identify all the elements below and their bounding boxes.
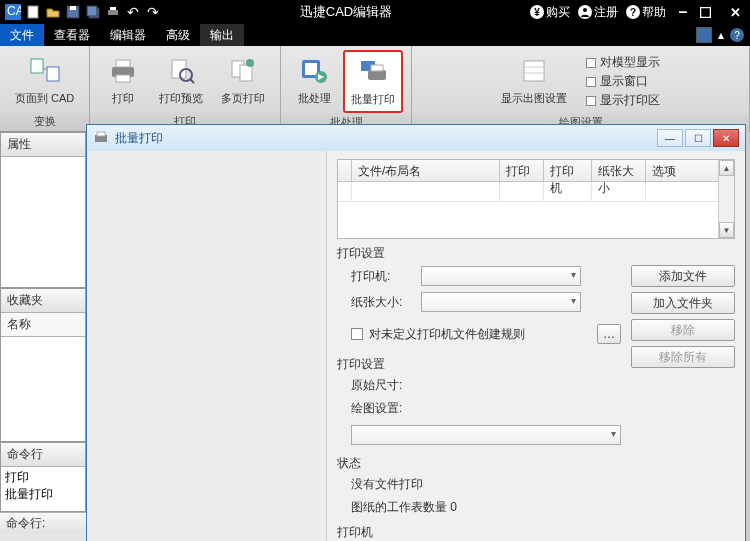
new-icon[interactable] [24, 3, 42, 21]
preview-icon [165, 55, 197, 87]
redo-icon[interactable]: ↷ [144, 3, 162, 21]
status-sheets: 图纸的工作表数量 0 [351, 499, 621, 516]
util-help-icon[interactable]: ? [730, 28, 744, 42]
svg-text:CAD: CAD [7, 4, 21, 18]
cmd-panel: 命令行 打印 批量打印 [0, 442, 86, 512]
help-link[interactable]: ?帮助 [626, 4, 666, 21]
show-plot-settings-button[interactable]: 显示出图设置 [494, 50, 574, 111]
favorites-header: 收藏夹 [1, 289, 85, 313]
register-link[interactable]: 注册 [578, 4, 618, 21]
table-header: 文件/布局名 打印 打印机 纸张大小 选项 [338, 160, 734, 182]
print-icon[interactable] [104, 3, 122, 21]
buy-link[interactable]: ¥购买 [530, 4, 570, 21]
open-icon[interactable] [44, 3, 62, 21]
undo-icon[interactable]: ↶ [124, 3, 142, 21]
th-file[interactable]: 文件/布局名 [352, 160, 500, 181]
rule-more-button[interactable]: … [597, 324, 621, 344]
ribbon: 页面到 CAD 变换 打印 打印预览 多页打印 打印 ▸ 批处理 [0, 46, 750, 132]
th-print[interactable]: 打印 [500, 160, 544, 181]
svg-rect-15 [116, 75, 130, 82]
svg-rect-4 [70, 6, 76, 10]
svg-rect-28 [371, 65, 383, 71]
opt-window[interactable]: 显示窗口 [586, 73, 660, 90]
printer-icon [107, 55, 139, 87]
paper-label: 纸张大小: [351, 294, 411, 311]
multi-page-icon [227, 55, 259, 87]
rule-checkbox[interactable] [351, 328, 363, 340]
dialog-max-icon[interactable]: ☐ [685, 129, 711, 147]
printer-section: 打印机 [337, 524, 621, 541]
ribbon-group-plot: 显示出图设置 对模型显示 显示窗口 显示打印区 绘图设置 [412, 46, 750, 131]
quick-access-toolbar: CAD ↶ ↷ [0, 3, 162, 21]
batch-process-button[interactable]: ▸ 批处理 [289, 50, 339, 111]
minimize-icon[interactable]: – [674, 3, 692, 21]
opt-model[interactable]: 对模型显示 [586, 54, 660, 71]
util-btn-1[interactable] [696, 27, 712, 43]
tab-file[interactable]: 文件 [0, 24, 44, 46]
svg-rect-6 [87, 6, 97, 16]
plot-settings-combo[interactable] [351, 425, 621, 445]
tab-editor[interactable]: 编辑器 [100, 24, 156, 46]
table-scrollbar[interactable]: ▲ ▼ [718, 160, 734, 238]
plot-set-label: 绘图设置: [351, 400, 621, 417]
menu-bar: 文件 查看器 编辑器 高级 输出 ▴ ? [0, 24, 750, 46]
cmd-line-1: 打印 [5, 469, 81, 486]
status-no-file: 没有文件打印 [351, 476, 621, 493]
ribbon-group-print: 打印 打印预览 多页打印 打印 [90, 46, 281, 131]
tab-output[interactable]: 输出 [200, 24, 244, 46]
svg-rect-14 [116, 60, 130, 67]
th-blank [338, 160, 352, 181]
table-row[interactable] [338, 182, 734, 202]
print-preview-button[interactable]: 打印预览 [152, 50, 210, 111]
printer-combo[interactable] [421, 266, 581, 286]
save-icon[interactable] [64, 3, 82, 21]
orig-size-label: 原始尺寸: [351, 377, 621, 394]
batch-print-dialog: 批量打印 — ☐ ✕ 文件/布局名 打印 打印机 纸张大小 选项 [86, 124, 746, 541]
cmd-input-row[interactable]: 命令行: [0, 512, 86, 534]
tab-advanced[interactable]: 高级 [156, 24, 200, 46]
add-folder-button[interactable]: 加入文件夹 [631, 292, 735, 314]
remove-all-button[interactable]: 移除所有 [631, 346, 735, 368]
tab-viewer[interactable]: 查看器 [44, 24, 100, 46]
opt-area[interactable]: 显示打印区 [586, 92, 660, 109]
util-up-icon[interactable]: ▴ [718, 28, 724, 42]
batch-print-button[interactable]: 批量打印 [343, 50, 403, 113]
multi-print-button[interactable]: 多页打印 [214, 50, 272, 111]
save-all-icon[interactable] [84, 3, 102, 21]
paper-combo[interactable] [421, 292, 581, 312]
status-section: 状态 没有文件打印 图纸的工作表数量 0 [337, 455, 621, 516]
svg-rect-20 [240, 65, 252, 81]
svg-rect-7 [108, 10, 118, 15]
maximize-icon[interactable] [700, 7, 718, 18]
svg-rect-12 [47, 67, 59, 81]
dialog-close-icon[interactable]: ✕ [713, 129, 739, 147]
add-file-button[interactable]: 添加文件 [631, 265, 735, 287]
close-icon[interactable]: ✕ [726, 5, 744, 20]
th-paper[interactable]: 纸张大小 [592, 160, 646, 181]
svg-point-9 [583, 8, 587, 12]
svg-rect-33 [97, 132, 105, 136]
remove-button[interactable]: 移除 [631, 319, 735, 341]
svg-rect-29 [524, 61, 544, 81]
print-button[interactable]: 打印 [98, 50, 148, 111]
svg-line-18 [190, 79, 194, 83]
scroll-up-icon[interactable]: ▲ [719, 160, 734, 176]
page-to-cad-button[interactable]: 页面到 CAD [8, 50, 81, 111]
svg-point-21 [246, 59, 254, 67]
cmd-line-2: 批量打印 [5, 486, 81, 503]
svg-rect-10 [701, 7, 711, 17]
dialog-sidebar [87, 151, 327, 541]
printer-label: 打印机: [351, 268, 411, 285]
batch-process-icon: ▸ [298, 55, 330, 87]
print-settings-2: 打印设置 原始尺寸: 绘图设置: [337, 356, 621, 445]
properties-header: 属性 [1, 133, 85, 157]
dialog-min-icon[interactable]: — [657, 129, 683, 147]
favorites-panel: 收藏夹 名称 [0, 288, 86, 442]
print-settings-1: 打印设置 打印机: 纸张大小: [337, 245, 621, 344]
dialog-icon [93, 130, 109, 146]
cmd-header: 命令行 [1, 443, 85, 467]
plot-options: 对模型显示 显示窗口 显示打印区 [578, 50, 668, 113]
scroll-down-icon[interactable]: ▼ [719, 222, 734, 238]
th-printer[interactable]: 打印机 [544, 160, 592, 181]
ribbon-group-transform: 页面到 CAD 变换 [0, 46, 90, 131]
